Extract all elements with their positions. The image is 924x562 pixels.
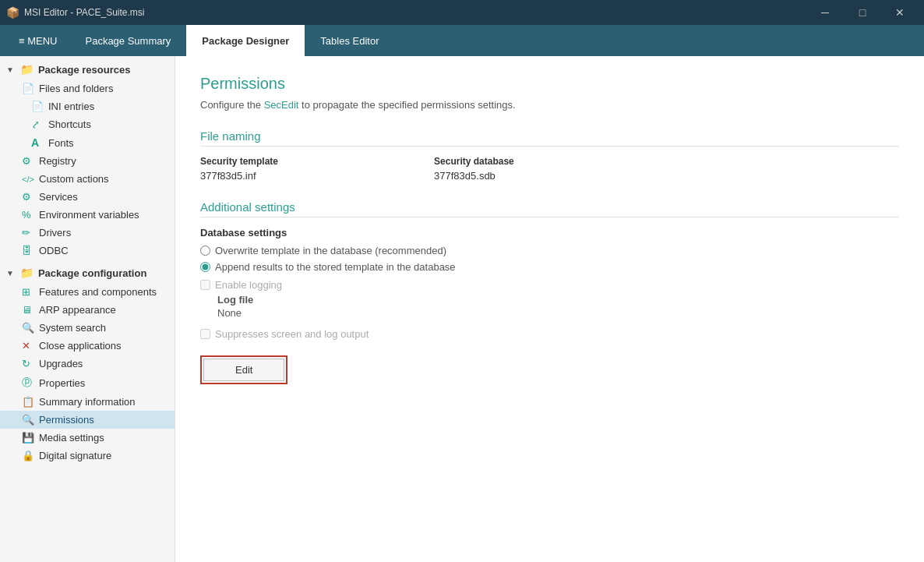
sidebar-item-label: Shortcuts — [48, 118, 91, 130]
font-icon: A — [31, 136, 44, 149]
sidebar-item-permissions[interactable]: 🔍 Permissions — [0, 411, 175, 429]
radio-overwrite: Overwrite template in the database (reco… — [200, 245, 899, 256]
sidebar-item-system-search[interactable]: 🔍 System search — [0, 319, 175, 337]
sidebar-group-package-configuration[interactable]: ▼ 📁 Package configuration — [0, 263, 175, 283]
sidebar-item-fonts[interactable]: A Fonts — [0, 133, 175, 152]
sidebar-item-label: System search — [39, 322, 106, 334]
summary-icon: 📋 — [22, 396, 34, 408]
chevron-down-icon: ▼ — [6, 65, 14, 74]
close-icon: ✕ — [22, 340, 34, 352]
sidebar-item-label: Environment variables — [39, 209, 139, 221]
enable-logging-checkbox[interactable] — [200, 280, 210, 290]
sidebar-item-drivers[interactable]: ✏ Drivers — [0, 224, 175, 242]
security-database-field: Security database 377f83d5.sdb — [434, 156, 514, 182]
suppress-label: Suppresses screen and log output — [215, 328, 369, 340]
window-title: MSI Editor - PACE_Suite.msi — [24, 7, 145, 18]
sidebar-item-features-and-components[interactable]: ⊞ Features and components — [0, 283, 175, 301]
suppress-checkbox[interactable] — [200, 329, 210, 339]
highlight-text: SecEdit — [264, 99, 299, 111]
driver-icon: ✏ — [22, 227, 34, 239]
upgrades-icon: ↻ — [22, 358, 34, 369]
sidebar-item-summary-information[interactable]: 📋 Summary information — [0, 393, 175, 411]
page-description: Configure the SecEdit to propagate the s… — [200, 99, 899, 111]
db-settings-label: Database settings — [200, 227, 899, 239]
sidebar-item-environment-variables[interactable]: % Environment variables — [0, 206, 175, 224]
titlebar: 📦 MSI Editor - PACE_Suite.msi ─ □ ✕ — [0, 0, 924, 25]
services-icon: ⚙ — [22, 191, 34, 203]
app-icon: 📦 — [6, 6, 19, 19]
folder-icon: 📁 — [20, 267, 34, 279]
properties-icon: ⓟ — [22, 376, 34, 390]
sidebar-item-label: Upgrades — [39, 358, 83, 369]
additional-settings-section-title: Additional settings — [200, 200, 899, 217]
sidebar-item-shortcuts[interactable]: ⤤ Shortcuts — [0, 115, 175, 133]
sidebar-item-odbc[interactable]: 🗄 ODBC — [0, 242, 175, 260]
security-template-field: Security template 377f83d5.inf — [200, 156, 278, 182]
sidebar-item-close-applications[interactable]: ✕ Close applications — [0, 337, 175, 355]
permissions-icon: 🔍 — [22, 414, 34, 426]
sidebar-item-files-and-folders[interactable]: 📄 Files and folders — [0, 80, 175, 97]
sidebar-item-custom-actions[interactable]: </> Custom actions — [0, 170, 175, 188]
suppress-option: Suppresses screen and log output — [200, 328, 899, 340]
radio-append: Append results to the stored template in… — [200, 261, 899, 273]
edit-button[interactable]: Edit — [203, 359, 284, 381]
sidebar-item-label: Services — [39, 191, 78, 203]
file-naming-grid: Security template 377f83d5.inf Security … — [200, 156, 899, 182]
menubar: ≡ MENU Package Summary Package Designer … — [0, 25, 924, 56]
sidebar-group-package-resources[interactable]: ▼ 📁 Package resources — [0, 59, 175, 80]
env-icon: % — [22, 209, 34, 221]
main-layout: ▼ 📁 Package resources 📄 Files and folder… — [0, 56, 924, 562]
menu-button[interactable]: ≡ MENU — [6, 25, 69, 56]
arp-icon: 🖥 — [22, 304, 34, 316]
minimize-button[interactable]: ─ — [807, 0, 843, 25]
doc-icon: 📄 — [31, 101, 44, 112]
folder-icon: 📁 — [20, 63, 34, 76]
content-area: Permissions Configure the SecEdit to pro… — [175, 56, 924, 562]
sidebar-item-label: Files and folders — [39, 83, 113, 94]
security-database-label: Security database — [434, 156, 514, 167]
log-file-label: Log file — [217, 294, 899, 306]
sidebar-item-registry[interactable]: ⚙ Registry — [0, 152, 175, 170]
additional-settings: Database settings Overwrite template in … — [200, 227, 899, 384]
sidebar-item-label: ARP appearance — [39, 304, 116, 316]
shortcut-icon: ⤤ — [31, 118, 44, 130]
sidebar-item-label: Registry — [39, 155, 76, 167]
lock-icon: 🔒 — [22, 450, 34, 461]
sidebar: ▼ 📁 Package resources 📄 Files and folder… — [0, 56, 175, 562]
file-naming-section-title: File naming — [200, 129, 899, 147]
close-button[interactable]: ✕ — [882, 0, 918, 25]
chevron-down-icon: ▼ — [6, 269, 14, 277]
sidebar-item-label: Drivers — [39, 227, 71, 239]
sidebar-item-label: Digital signature — [39, 450, 111, 461]
features-icon: ⊞ — [22, 286, 34, 298]
enable-logging-label: Enable logging — [215, 279, 282, 291]
sidebar-item-digital-signature[interactable]: 🔒 Digital signature — [0, 447, 175, 465]
sidebar-item-label: Permissions — [39, 414, 94, 426]
sidebar-item-label: Media settings — [39, 432, 104, 444]
search-icon: 🔍 — [22, 322, 34, 334]
radio-overwrite-label: Overwrite template in the database (reco… — [215, 245, 446, 256]
radio-append-label: Append results to the stored template in… — [215, 261, 456, 273]
security-database-value: 377f83d5.sdb — [434, 170, 514, 182]
sidebar-item-label: Features and components — [39, 286, 157, 298]
tab-tables-editor[interactable]: Tables Editor — [305, 25, 394, 56]
sidebar-item-label: Fonts — [48, 137, 74, 149]
enable-logging-option: Enable logging — [200, 279, 899, 291]
sidebar-group-label: Package resources — [38, 64, 131, 76]
security-template-label: Security template — [200, 156, 278, 167]
sidebar-item-label: ODBC — [39, 245, 69, 256]
tab-package-designer[interactable]: Package Designer — [186, 25, 305, 56]
log-file-value: None — [217, 307, 899, 319]
sidebar-item-properties[interactable]: ⓟ Properties — [0, 373, 175, 393]
sidebar-item-label: Properties — [39, 377, 85, 389]
sidebar-item-services[interactable]: ⚙ Services — [0, 188, 175, 206]
sidebar-item-ini-entries[interactable]: 📄 INI entries — [0, 97, 175, 115]
sidebar-item-media-settings[interactable]: 💾 Media settings — [0, 429, 175, 447]
sidebar-item-upgrades[interactable]: ↻ Upgrades — [0, 355, 175, 373]
sidebar-item-arp-appearance[interactable]: 🖥 ARP appearance — [0, 301, 175, 319]
radio-overwrite-input[interactable] — [200, 246, 210, 256]
security-template-value: 377f83d5.inf — [200, 170, 278, 182]
radio-append-input[interactable] — [200, 262, 210, 272]
tab-package-summary[interactable]: Package Summary — [69, 25, 186, 56]
maximize-button[interactable]: □ — [845, 0, 880, 25]
